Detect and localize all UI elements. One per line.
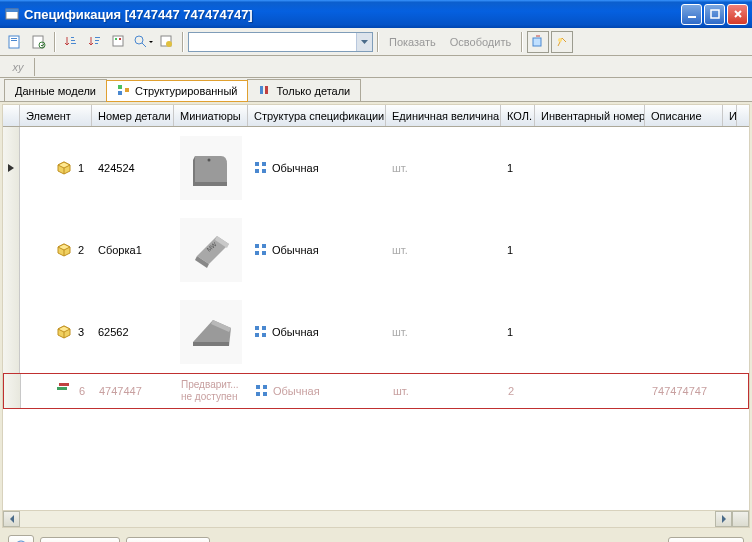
view-tabs: Данные модели Структурированный Только д… <box>0 78 752 102</box>
cell-qty[interactable]: 1 <box>501 326 535 338</box>
cell-unit[interactable]: шт. <box>386 162 501 174</box>
header-inventory[interactable]: Инвентарный номер: <box>535 105 645 126</box>
cell-thumbnail[interactable]: Предварит...не доступен <box>175 379 249 403</box>
fx-label: xy <box>4 61 32 73</box>
svg-rect-30 <box>255 169 259 173</box>
scroll-track[interactable] <box>20 511 715 527</box>
header-structure[interactable]: Структура спецификации <box>248 105 386 126</box>
svg-rect-13 <box>95 40 99 41</box>
svg-rect-40 <box>262 326 266 330</box>
toolbar-btn-a[interactable] <box>527 31 549 53</box>
header-part-number[interactable]: Номер детали <box>92 105 174 126</box>
table-row[interactable]: 362562Обычнаяшт.1 <box>3 291 749 373</box>
table-row[interactable]: 1424524Обычнаяшт.1 <box>3 127 749 209</box>
row-selector[interactable] <box>3 209 20 291</box>
titlebar: Спецификация [4747447 747474747] <box>0 0 752 28</box>
filter-combo[interactable] <box>188 32 373 52</box>
svg-rect-15 <box>113 36 123 46</box>
settings-button[interactable] <box>156 31 178 53</box>
cell-part-number[interactable]: 4747447 <box>93 385 175 397</box>
svg-rect-4 <box>9 36 19 48</box>
close-button[interactable]: Закрыть <box>668 537 744 542</box>
header-thumbnail[interactable]: Миниатюры <box>174 105 248 126</box>
cell-element[interactable]: 1 <box>20 160 92 176</box>
horizontal-scrollbar[interactable] <box>3 510 749 527</box>
svg-rect-35 <box>255 251 259 255</box>
header-last[interactable]: И <box>723 105 737 126</box>
cell-description[interactable]: 747474747 <box>646 385 724 397</box>
svg-rect-36 <box>262 244 266 248</box>
header-element[interactable]: Элемент <box>20 105 92 126</box>
import-button[interactable]: Импорт... <box>40 537 120 542</box>
element-number: 1 <box>72 162 86 174</box>
toolbar-btn-b[interactable] <box>551 31 573 53</box>
scroll-left-button[interactable] <box>3 511 20 527</box>
cell-thumbnail[interactable] <box>174 136 248 200</box>
cell-part-number[interactable]: Сборка1 <box>92 244 174 256</box>
cell-part-number[interactable]: 424524 <box>92 162 174 174</box>
element-number: 6 <box>73 385 87 397</box>
toolbar-btn-5[interactable] <box>108 31 130 53</box>
maximize-button[interactable] <box>704 4 725 25</box>
svg-rect-23 <box>118 85 122 89</box>
thumbnail-image: MW <box>180 218 242 282</box>
structure-icon <box>254 325 268 339</box>
header-description[interactable]: Описание <box>645 105 723 126</box>
header-qty[interactable]: КОЛ. <box>501 105 535 126</box>
thumbnail-image <box>180 300 242 364</box>
export-button[interactable]: Экспорт... <box>126 537 209 542</box>
row-selector[interactable] <box>3 127 20 209</box>
tab-model-data[interactable]: Данные модели <box>4 79 107 101</box>
svg-rect-21 <box>533 38 541 46</box>
cell-thumbnail[interactable] <box>174 300 248 364</box>
header-selector[interactable] <box>3 105 20 126</box>
header-unit[interactable]: Единичная величина <box>386 105 501 126</box>
cell-element[interactable]: 6 <box>21 383 93 399</box>
cell-qty[interactable]: 1 <box>501 244 535 256</box>
cell-element[interactable]: 2 <box>20 242 92 258</box>
part-icon <box>56 324 72 340</box>
svg-rect-5 <box>11 38 17 39</box>
cell-qty[interactable]: 1 <box>501 162 535 174</box>
cell-element[interactable]: 3 <box>20 324 92 340</box>
toolbar-btn-2[interactable] <box>28 31 50 53</box>
toolbar-separator <box>377 32 379 52</box>
tab-structured[interactable]: Структурированный <box>106 80 249 102</box>
table-row[interactable]: 2Сборка1MWОбычнаяшт.1 <box>3 209 749 291</box>
scroll-right-button[interactable] <box>715 511 732 527</box>
svg-rect-37 <box>262 251 266 255</box>
cell-unit[interactable]: шт. <box>386 244 501 256</box>
parts-icon <box>258 84 272 98</box>
cell-unit[interactable]: шт. <box>387 385 502 397</box>
table-row[interactable]: 64747447Предварит...не доступенОбычнаяшт… <box>3 373 749 409</box>
minimize-button[interactable] <box>681 4 702 25</box>
cell-structure[interactable]: Обычная <box>248 161 386 175</box>
svg-rect-39 <box>255 333 259 337</box>
sort-asc-button[interactable] <box>60 31 82 53</box>
thumbnail-image <box>180 136 242 200</box>
search-button[interactable] <box>132 31 154 53</box>
release-button[interactable]: Освободить <box>444 34 517 50</box>
cell-structure[interactable]: Обычная <box>248 325 386 339</box>
show-button[interactable]: Показать <box>383 34 442 50</box>
help-button[interactable]: ? <box>8 535 34 542</box>
row-selector[interactable] <box>3 291 20 373</box>
svg-rect-29 <box>255 162 259 166</box>
cell-structure[interactable]: Обычная <box>248 243 386 257</box>
row-selector[interactable] <box>4 374 21 408</box>
svg-point-20 <box>166 41 172 47</box>
formula-input[interactable] <box>37 58 748 76</box>
cell-qty[interactable]: 2 <box>502 385 536 397</box>
tab-parts-only[interactable]: Только детали <box>247 79 361 101</box>
cell-unit[interactable]: шт. <box>386 326 501 338</box>
cell-part-number[interactable]: 62562 <box>92 326 174 338</box>
app-icon <box>4 6 20 22</box>
svg-rect-2 <box>688 16 696 18</box>
svg-rect-25 <box>125 88 129 92</box>
svg-rect-12 <box>95 37 100 38</box>
cell-thumbnail[interactable]: MW <box>174 218 248 282</box>
sort-desc-button[interactable] <box>84 31 106 53</box>
close-button[interactable] <box>727 4 748 25</box>
toolbar-btn-1[interactable] <box>4 31 26 53</box>
cell-structure[interactable]: Обычная <box>249 384 387 398</box>
